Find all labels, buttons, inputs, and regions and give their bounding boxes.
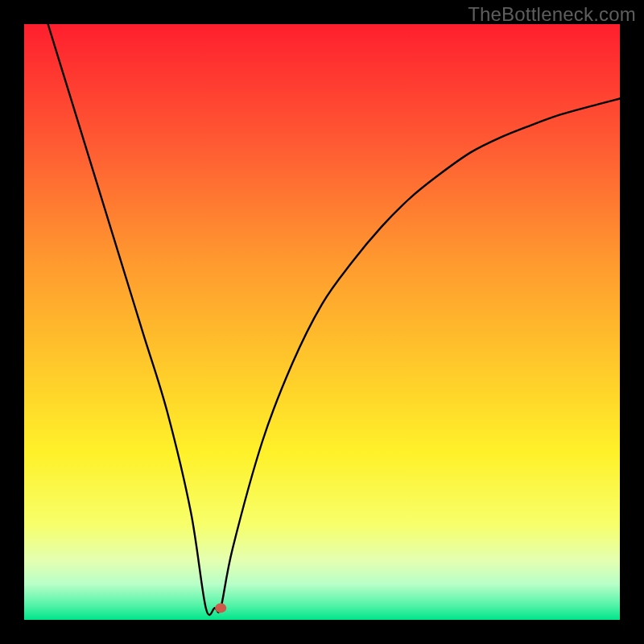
optimal-point-marker — [215, 603, 226, 613]
chart-svg — [24, 24, 620, 620]
plot-area — [24, 24, 620, 620]
chart-frame: TheBottleneck.com — [0, 0, 644, 644]
gradient-background — [24, 24, 620, 620]
watermark-text: TheBottleneck.com — [468, 3, 636, 26]
